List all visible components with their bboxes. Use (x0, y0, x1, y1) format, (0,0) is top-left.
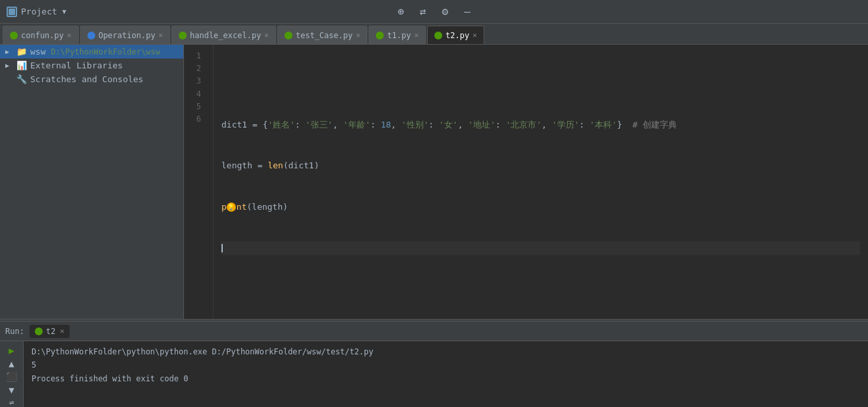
tab-label-operation: Operation.py (99, 31, 156, 40)
bulb-icon: 💡 (227, 203, 236, 212)
wsw-label: wsw (30, 47, 45, 57)
tab-close-t1[interactable]: ✕ (414, 31, 419, 39)
wsw-path: D:\PythonWorkFolder\wsw (51, 47, 160, 57)
code-content[interactable]: dict1 = {'姓名': '张三', '年龄': 18, '性别': '女'… (214, 45, 868, 319)
bottom-panel: Run: t2 ✕ ▶ ▲ ⬛ ▼ ⇌ D:\PythonWorkFolder\… (0, 322, 868, 407)
tab-label-handle-excel: handle_excel.py (190, 31, 261, 40)
run-stop-button[interactable]: ⬛ (4, 371, 20, 382)
add-icon[interactable]: ⊕ (395, 3, 407, 20)
line-num-1: 1 (184, 50, 206, 62)
code-line-5 (221, 241, 860, 255)
run-tab-label: t2 (46, 327, 55, 336)
run-play-button[interactable]: ▶ (4, 345, 20, 356)
scratches-label: Scratches and Consoles (30, 74, 143, 84)
minimize-icon[interactable]: — (461, 3, 473, 20)
line-num-3: 3 (184, 75, 206, 87)
tab-close-test-case[interactable]: ✕ (356, 31, 361, 39)
line-num-6: 6 (184, 113, 206, 126)
line-num-5: 5 (184, 101, 206, 113)
line-num-2: 2 (184, 62, 206, 75)
sidebar-item-external-libraries[interactable]: ▶ 📊 External Libraries (0, 59, 183, 72)
output-line-4: Process finished with exit code 0 (32, 372, 860, 385)
sidebar: ▶ 📁 wsw D:\PythonWorkFolder\wsw ▶ 📊 Exte… (0, 45, 184, 319)
sidebar-item-wsw[interactable]: ▶ 📁 wsw D:\PythonWorkFolder\wsw (0, 45, 183, 59)
tab-t1[interactable]: t1.py ✕ (369, 26, 426, 44)
external-libraries-label: External Libraries (30, 60, 123, 70)
title-project-label[interactable]: Project (21, 7, 57, 16)
code-line-6 (221, 283, 860, 297)
code-line-2: dict1 = {'姓名': '张三', '年龄': 18, '性别': '女'… (221, 118, 860, 132)
tab-close-handle-excel[interactable]: ✕ (264, 31, 269, 39)
tab-icon-test-case (285, 32, 292, 39)
output-line-1: D:\PythonWorkFolder\python\python.exe D:… (32, 345, 860, 358)
tab-icon-handle-excel (179, 32, 187, 39)
project-icon (7, 7, 17, 17)
title-bar: Project ▼ ⊕ ⇄ ⚙ — (0, 0, 868, 24)
tab-t2[interactable]: t2.py ✕ (427, 26, 484, 44)
line-num-4: 4 (184, 88, 206, 101)
tab-close-t2[interactable]: ✕ (472, 31, 477, 39)
run-output: D:\PythonWorkFolder\python\python.exe D:… (24, 341, 868, 407)
run-scroll-up-button[interactable]: ▲ (4, 358, 20, 369)
sidebar-item-scratches[interactable]: 🔧 Scratches and Consoles (0, 72, 183, 86)
run-scroll-down-button[interactable]: ▼ (4, 385, 20, 395)
line-numbers: 1 2 3 4 5 6 (184, 45, 214, 319)
run-tab-bar: Run: t2 ✕ (0, 322, 868, 341)
code-line-1 (221, 78, 860, 91)
tab-label-confun: confun.py (21, 31, 64, 40)
scratch-icon: 🔧 (16, 74, 27, 84)
tab-icon-operation (87, 32, 95, 39)
tab-bar: confun.py ✕ Operation.py ✕ handle_excel.… (0, 24, 868, 45)
title-bar-left: Project ▼ (7, 7, 138, 17)
tab-icon-confun (10, 32, 18, 39)
main-content: ▶ 📁 wsw D:\PythonWorkFolder\wsw ▶ 📊 Exte… (0, 45, 868, 319)
tab-operation[interactable]: Operation.py ✕ (80, 26, 170, 44)
code-editor[interactable]: 1 2 3 4 5 6 dict1 = {'姓名': '张三', '年龄': 1… (184, 45, 868, 319)
title-bar-center: ⊕ ⇄ ⚙ — (138, 3, 730, 20)
tab-label-t2: t2.py (445, 31, 469, 40)
run-label: Run: (5, 327, 24, 336)
project-dropdown-arrow[interactable]: ▼ (62, 8, 66, 15)
code-line-3: length = len(dict1) (221, 159, 860, 173)
library-icon: 📊 (16, 60, 27, 70)
tab-test-case[interactable]: test_Case.py ✕ (277, 26, 367, 44)
tab-label-t1: t1.py (387, 31, 411, 40)
tab-close-operation[interactable]: ✕ (158, 31, 163, 39)
tab-icon-t1 (376, 32, 384, 39)
editor-area: 1 2 3 4 5 6 dict1 = {'姓名': '张三', '年龄': 1… (184, 45, 868, 319)
tab-handle-excel[interactable]: handle_excel.py ✕ (171, 26, 276, 44)
output-line-2: 5 (32, 358, 860, 371)
tree-arrow-wsw: ▶ (5, 48, 13, 55)
run-tab-close[interactable]: ✕ (60, 327, 64, 335)
run-toolbar: ▶ ▲ ⬛ ▼ ⇌ (0, 341, 24, 407)
tab-label-test-case: test_Case.py (296, 31, 353, 40)
text-cursor (221, 244, 223, 252)
settings-icon[interactable]: ⚙ (440, 3, 451, 20)
bottom-content: ▶ ▲ ⬛ ▼ ⇌ D:\PythonWorkFolder\python\pyt… (0, 341, 868, 407)
split-icon[interactable]: ⇄ (417, 3, 429, 20)
tab-close-confun[interactable]: ✕ (67, 31, 72, 39)
svg-rect-1 (9, 9, 15, 15)
folder-icon-wsw: 📁 (16, 47, 27, 57)
code-line-4: p💡nt(length) (221, 201, 860, 214)
run-tab-icon (35, 327, 43, 335)
tab-confun[interactable]: confun.py ✕ (3, 26, 79, 44)
tab-icon-t2 (434, 32, 442, 39)
run-tab-t2[interactable]: t2 ✕ (30, 325, 70, 338)
tree-arrow-external: ▶ (5, 62, 13, 69)
run-wrap-button[interactable]: ⇌ (4, 398, 20, 407)
